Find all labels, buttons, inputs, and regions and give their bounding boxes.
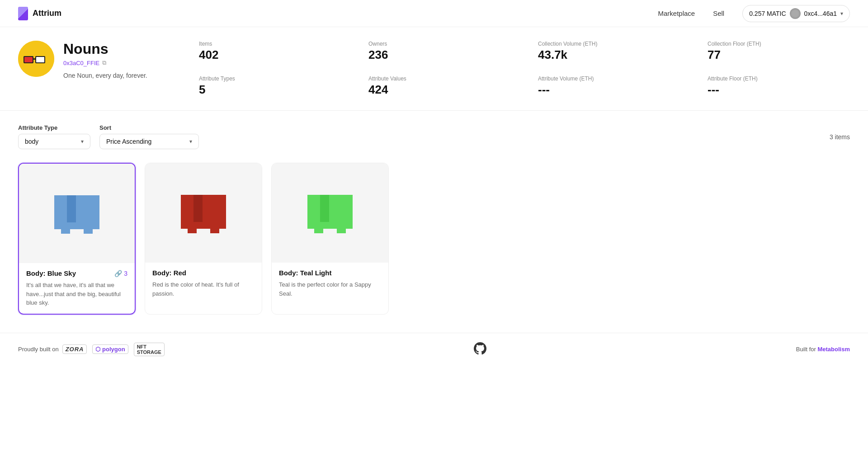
attribute-floor-value: --- <box>708 83 850 97</box>
card-red[interactable]: Body: Red Red is the color of heat. It's… <box>145 163 262 315</box>
collection-info: Nouns 0x3aC0_FFIE ⧉ One Noun, every day,… <box>63 41 147 79</box>
svg-rect-11 <box>193 195 203 222</box>
items-value: 402 <box>199 48 341 62</box>
card-title: Body: Blue Sky <box>26 269 76 277</box>
collection-description: One Noun, every day, forever. <box>63 72 147 79</box>
footer-brand: Metabolism <box>817 346 850 353</box>
owners-value: 236 <box>368 48 511 62</box>
cards-grid: Body: Blue Sky 🔗 3 It's all that we have… <box>0 158 868 333</box>
stat-attribute-floor: Attribute Floor (ETH) --- <box>708 75 850 97</box>
card-image-teal <box>272 163 388 263</box>
attribute-values-value: 424 <box>368 83 511 97</box>
card-title: Body: Red <box>152 269 186 277</box>
card-title-row: Body: Red <box>152 269 255 277</box>
collection-floor-value: 77 <box>708 48 850 62</box>
collection-floor-label: Collection Floor (ETH) <box>708 41 850 47</box>
attribute-volume-value: --- <box>538 83 680 97</box>
footer: Proudly built on ZORA ⬡ polygon NFTSTORA… <box>0 333 868 366</box>
card-teal[interactable]: Body: Teal Light Teal is the perfect col… <box>271 163 389 315</box>
card-title: Body: Teal Light <box>279 269 331 277</box>
svg-rect-3 <box>24 57 33 62</box>
stat-attribute-types: Attribute Types 5 <box>199 75 341 97</box>
svg-rect-8 <box>61 225 70 234</box>
attribute-types-value: 5 <box>199 83 341 97</box>
logo[interactable]: Attrium <box>18 7 61 20</box>
link-icon: 🔗 <box>114 270 122 277</box>
collection-identity: Nouns 0x3aC0_FFIE ⧉ One Noun, every day,… <box>18 41 172 79</box>
noun-body-blue-sky <box>50 191 104 236</box>
card-description: Red is the color of heat. It's full of p… <box>152 280 255 298</box>
svg-rect-16 <box>314 224 323 233</box>
card-blue-sky[interactable]: Body: Blue Sky 🔗 3 It's all that we have… <box>18 163 136 315</box>
filters-bar: Attribute Type body ▾ Sort Price Ascendi… <box>0 111 868 158</box>
wallet-button[interactable]: 0.257 MATIC 0xc4...46a1 ▾ <box>742 5 850 22</box>
attribute-type-select[interactable]: body ▾ <box>18 134 90 149</box>
footer-built-on-text: Proudly built on <box>18 346 59 353</box>
avatar <box>790 8 801 19</box>
logo-text: Attrium <box>33 9 61 18</box>
stat-collection-floor: Collection Floor (ETH) 77 <box>708 41 850 62</box>
svg-rect-14 <box>307 195 353 229</box>
footer-logos: ZORA ⬡ polygon NFTSTORAGE <box>62 343 165 356</box>
chevron-down-icon: ▾ <box>81 138 84 145</box>
navigation: Attrium Marketplace Sell 0.257 MATIC 0xc… <box>0 0 868 27</box>
card-content-teal: Body: Teal Light Teal is the perfect col… <box>272 263 388 304</box>
collection-name: Nouns <box>63 41 147 57</box>
card-count: 🔗 3 <box>114 270 127 277</box>
stat-owners: Owners 236 <box>368 41 511 62</box>
footer-left: Proudly built on ZORA ⬡ polygon NFTSTORA… <box>18 343 165 356</box>
sort-filter: Sort Price Ascending ▾ <box>99 124 199 149</box>
collection-address: 0x3aC0_FFIE ⧉ <box>63 59 147 66</box>
svg-rect-7 <box>67 195 76 222</box>
marketplace-link[interactable]: Marketplace <box>658 9 695 17</box>
card-content-red: Body: Red Red is the color of heat. It's… <box>145 263 262 304</box>
collection-avatar <box>18 41 54 77</box>
card-content-blue-sky: Body: Blue Sky 🔗 3 It's all that we have… <box>19 263 135 314</box>
sell-link[interactable]: Sell <box>713 9 724 17</box>
attribute-values-label: Attribute Values <box>368 75 511 82</box>
noun-body-red <box>176 190 231 236</box>
attribute-type-value: body <box>25 138 38 145</box>
attribute-volume-label: Attribute Volume (ETH) <box>538 75 680 82</box>
github-icon <box>474 342 486 355</box>
wallet-address: 0xc4...46a1 <box>804 10 837 17</box>
stat-collection-volume: Collection Volume (ETH) 43.7k <box>538 41 680 62</box>
copy-icon[interactable]: ⧉ <box>102 59 106 66</box>
svg-rect-5 <box>33 58 35 60</box>
items-count: 3 items <box>830 133 850 141</box>
svg-rect-9 <box>84 225 93 234</box>
svg-rect-17 <box>337 224 346 233</box>
chevron-down-icon: ▾ <box>840 10 843 17</box>
stat-attribute-values: Attribute Values 424 <box>368 75 511 97</box>
card-image-red <box>145 163 262 263</box>
card-image-blue-sky <box>19 164 135 263</box>
svg-rect-10 <box>181 195 226 229</box>
zora-logo: ZORA <box>62 344 87 354</box>
sort-value: Price Ascending <box>106 138 151 145</box>
noun-body-teal <box>303 190 357 236</box>
card-title-row: Body: Teal Light <box>279 269 381 277</box>
attribute-floor-label: Attribute Floor (ETH) <box>708 75 850 82</box>
attribute-type-filter: Attribute Type body ▾ <box>18 124 90 149</box>
stat-items: Items 402 <box>199 41 341 62</box>
chevron-down-icon: ▾ <box>189 138 192 145</box>
svg-rect-15 <box>320 195 329 222</box>
collection-header: Nouns 0x3aC0_FFIE ⧉ One Noun, every day,… <box>0 27 868 111</box>
card-description: Teal is the perfect color for a Sappy Se… <box>279 280 381 298</box>
sort-select[interactable]: Price Ascending ▾ <box>99 134 199 149</box>
sort-label: Sort <box>99 124 199 131</box>
nft-storage-logo: NFTSTORAGE <box>134 343 165 356</box>
footer-github[interactable] <box>474 342 486 357</box>
footer-right: Built for Metabolism <box>796 346 850 353</box>
collection-volume-value: 43.7k <box>538 48 680 62</box>
card-description: It's all that we have, it's all that we … <box>26 281 127 307</box>
stat-attribute-volume: Attribute Volume (ETH) --- <box>538 75 680 97</box>
collection-avatar-svg <box>18 41 54 77</box>
nav-links: Marketplace Sell 0.257 MATIC 0xc4...46a1… <box>658 5 850 22</box>
attribute-type-label: Attribute Type <box>18 124 90 131</box>
svg-rect-13 <box>210 224 219 233</box>
polygon-logo: ⬡ polygon <box>92 344 128 354</box>
wallet-balance: 0.257 MATIC <box>749 10 786 17</box>
owners-label: Owners <box>368 41 511 47</box>
card-title-row: Body: Blue Sky 🔗 3 <box>26 269 127 277</box>
